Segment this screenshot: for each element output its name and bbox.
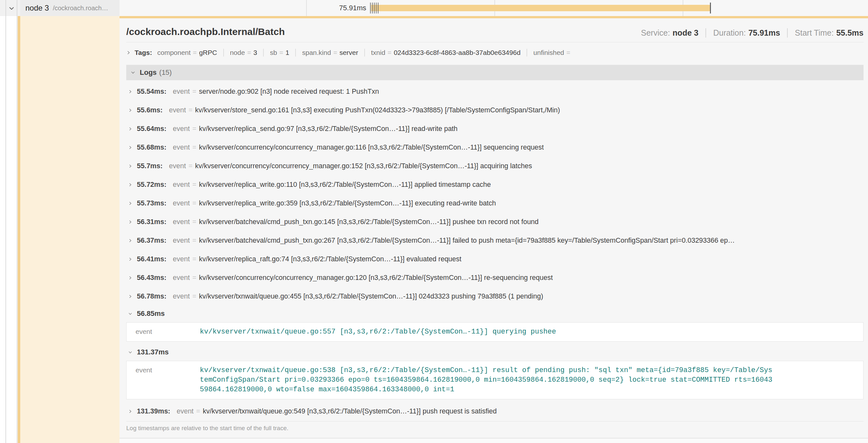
expanded-log-entry: 56.85ms event kv/kvserver/txnwait/queue.… <box>126 306 864 342</box>
span-operation-title: /cockroach.roachpb.Internal/Batch <box>126 26 285 38</box>
expand-log-chevron-icon[interactable] <box>128 183 132 187</box>
log-row[interactable]: 131.39ms: event=kv/kvserver/txnwait/queu… <box>126 402 864 420</box>
log-timestamp: 55.6ms: <box>137 106 162 114</box>
tag-item: txnid=024d3323-6c8f-4863-aa8b-37ab0e6349… <box>364 49 527 57</box>
duration-value: 75.91ms <box>748 28 780 37</box>
span-name-cell[interactable]: node 3 /cockroach.roach… <box>20 0 120 16</box>
log-field-value: kv/kvserver/txnwait/queue.go:557 [n3,s3,… <box>200 327 772 337</box>
log-equals-sign: = <box>189 106 193 114</box>
log-equals-sign: = <box>189 162 193 170</box>
span-detail-header: /cockroach.roachpb.Internal/Batch Servic… <box>126 18 864 42</box>
collapse-span-chevron-icon[interactable] <box>8 5 15 13</box>
expand-tags-chevron-icon[interactable] <box>126 50 131 55</box>
tag-equals-sign: = <box>247 49 251 56</box>
log-row[interactable]: 55.72ms: event=kv/kvserver/replica_write… <box>126 175 864 194</box>
expand-log-chevron-icon[interactable] <box>128 164 132 168</box>
tag-equals-sign: = <box>193 49 196 56</box>
logs-section: Logs (15) 55.54ms: event=server/node.go:… <box>126 65 864 436</box>
log-row[interactable]: 56.37ms: event=kv/kvserver/batcheval/cmd… <box>126 231 864 250</box>
log-timestamp: 55.54ms: <box>137 88 166 96</box>
log-timestamp: 55.7ms: <box>137 162 162 170</box>
log-field-key: event <box>135 366 200 395</box>
tag-key: unfinished <box>533 49 564 56</box>
tag-item: span.kind=server <box>295 49 364 57</box>
span-color-accent-bar <box>18 1 20 443</box>
log-marker-tick <box>370 3 371 13</box>
log-timestamp: 56.78ms: <box>137 293 166 301</box>
start-time-label: Start Time: <box>795 28 834 37</box>
span-timeline-row[interactable]: node 3 /cockroach.roach… 75.91ms <box>0 0 868 16</box>
log-field-key: event <box>173 237 190 244</box>
expand-log-chevron-icon[interactable] <box>128 201 132 205</box>
expand-log-chevron-icon[interactable] <box>128 220 132 224</box>
log-marker-tick <box>372 3 373 13</box>
log-field-value: kv/kvserver/batcheval/cmd_push_txn.go:14… <box>199 218 538 226</box>
log-row[interactable]: 55.6ms: event=kv/kvserver/store_send.go:… <box>126 101 864 120</box>
expand-log-chevron-icon[interactable] <box>128 294 132 299</box>
log-equals-sign: = <box>192 125 196 133</box>
log-row[interactable]: 55.54ms: event=server/node.go:902 [n3] n… <box>126 82 864 101</box>
log-summary: event=kv/kvserver/replica_write.go:110 [… <box>173 181 864 189</box>
log-marker-tick <box>378 3 378 13</box>
log-row[interactable]: 55.68ms: event=kv/kvserver/concurrency/c… <box>126 138 864 157</box>
tag-value: 024d3323-6c8f-4863-aa8b-37ab0e63496d <box>394 49 521 56</box>
tag-value: gRPC <box>199 49 217 56</box>
tag-equals-sign: = <box>566 49 570 56</box>
tags-label: Tags: <box>134 49 152 57</box>
log-field-value: kv/kvserver/concurrency/concurrency_mana… <box>199 143 544 151</box>
expand-log-chevron-icon[interactable] <box>128 127 132 131</box>
logs-accordion-header[interactable]: Logs (15) <box>126 65 864 80</box>
log-field-value: kv/kvserver/batcheval/cmd_push_txn.go:26… <box>199 237 735 244</box>
span-duration-bar[interactable] <box>371 5 711 11</box>
log-summary: event=kv/kvserver/replica_raft.go:74 [n3… <box>173 255 864 263</box>
log-summary: event=server/node.go:902 [n3] node recei… <box>173 88 864 96</box>
log-row[interactable]: 55.7ms: event=kv/kvserver/concurrency/co… <box>126 157 864 175</box>
log-field-value: kv/kvserver/concurrency/concurrency_mana… <box>195 162 532 170</box>
log-equals-sign: = <box>196 407 200 415</box>
log-field-key: event <box>169 106 186 114</box>
expand-log-chevron-icon[interactable] <box>128 108 132 112</box>
log-field-value: kv/kvserver/replica_write.go:359 [n3,s3,… <box>199 199 496 207</box>
log-timestamp: 55.68ms: <box>137 143 166 151</box>
log-field-key: event <box>169 162 186 170</box>
log-summary: event=kv/kvserver/replica_write.go:359 [… <box>173 199 864 207</box>
expand-log-chevron-icon[interactable] <box>128 90 132 94</box>
span-detail-panel: /cockroach.roachpb.Internal/Batch Servic… <box>120 16 868 439</box>
log-field-value: kv/kvserver/replica_raft.go:74 [n3,s3,r6… <box>199 255 461 263</box>
collapse-log-chevron-icon[interactable] <box>128 350 132 354</box>
tag-key: node <box>230 49 245 56</box>
tag-key: sb <box>270 49 277 56</box>
log-row[interactable]: 55.64ms: event=kv/kvserver/replica_send.… <box>126 120 864 138</box>
log-summary: event=kv/kvserver/txnwait/queue.go:549 [… <box>177 407 864 415</box>
log-field-value: server/node.go:902 [n3] node received re… <box>199 88 379 95</box>
expand-log-chevron-icon[interactable] <box>128 239 132 243</box>
collapse-log-chevron-icon[interactable] <box>128 312 132 316</box>
tag-item: unfinished= <box>527 49 579 57</box>
expand-log-chevron-icon[interactable] <box>128 409 132 413</box>
log-row[interactable]: 131.37ms <box>126 344 864 360</box>
log-row[interactable]: 55.73ms: event=kv/kvserver/replica_write… <box>126 194 864 212</box>
log-row[interactable]: 56.41ms: event=kv/kvserver/replica_raft.… <box>126 250 864 268</box>
expand-log-chevron-icon[interactable] <box>128 145 132 149</box>
log-row[interactable]: 56.43ms: event=kv/kvserver/concurrency/c… <box>126 268 864 287</box>
log-field-value: kv/kvserver/txnwait/queue.go:455 [n3,s3,… <box>199 293 543 300</box>
log-timestamp: 56.43ms: <box>137 274 166 282</box>
log-field-key: event <box>135 327 200 337</box>
logs-title: Logs <box>140 68 157 77</box>
log-timestamp: 131.39ms: <box>137 407 170 415</box>
log-equals-sign: = <box>192 274 196 281</box>
log-timestamp: 55.73ms: <box>137 199 166 207</box>
expand-log-chevron-icon[interactable] <box>128 276 132 280</box>
minimap-divider-line <box>5 0 6 443</box>
collapse-logs-chevron-icon[interactable] <box>131 70 135 75</box>
log-fields-table: event kv/kvserver/txnwait/queue.go:538 [… <box>126 361 864 399</box>
log-row[interactable]: 56.31ms: event=kv/kvserver/batcheval/cmd… <box>126 212 864 231</box>
tags-accordion-toggle[interactable]: Tags: component=gRPC node=3 sb=1 span.ki… <box>126 42 864 60</box>
log-equals-sign: = <box>192 218 196 226</box>
log-field-key: event <box>177 407 194 415</box>
log-row[interactable]: 56.78ms: event=kv/kvserver/txnwait/queue… <box>126 287 864 306</box>
span-overview: Service:node 3 Duration:75.91ms Start Ti… <box>641 28 864 38</box>
log-row[interactable]: 56.85ms <box>126 306 864 322</box>
log-field-key: event <box>173 181 190 189</box>
expand-log-chevron-icon[interactable] <box>128 257 132 261</box>
